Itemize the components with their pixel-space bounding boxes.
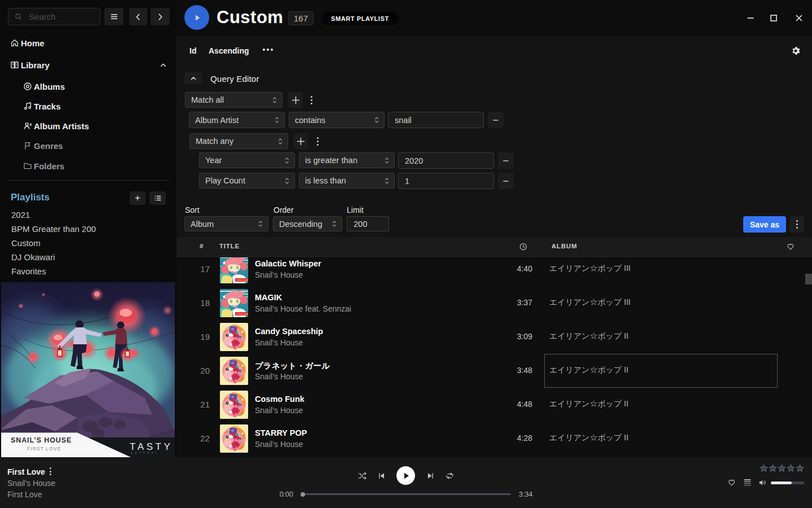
svg-text:SNAIL’S HOUSE: SNAIL’S HOUSE: [11, 436, 72, 444]
svg-text:ΞSTΠΠXI: ΞSTΠΠXI: [131, 452, 158, 454]
svg-text:FIRST LOVE: FIRST LOVE: [27, 446, 61, 452]
svg-text:TASTY: TASTY: [130, 441, 173, 452]
